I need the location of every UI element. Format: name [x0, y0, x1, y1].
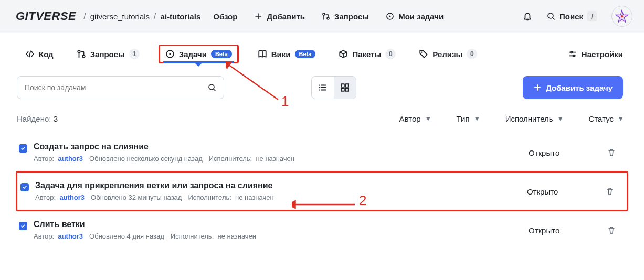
found-label: Найдено: — [17, 114, 51, 123]
avatar[interactable] — [611, 6, 632, 27]
svg-point-15 — [319, 87, 320, 88]
tab-requests[interactable]: Запросы 1 — [72, 46, 144, 62]
chevron-down-icon: ▾ — [619, 114, 623, 123]
nav-overview-label: Обзор — [213, 12, 237, 21]
view-toggle — [311, 76, 356, 99]
nav-search[interactable]: Поиск / — [547, 11, 597, 21]
task-row[interactable]: Создать запрос на слияние Автор: author3… — [16, 134, 628, 171]
delete-task-button[interactable] — [607, 220, 623, 234]
top-nav: Обзор Добавить Запросы Мои задачи — [213, 12, 523, 21]
tab-packages[interactable]: Пакеты 0 — [334, 46, 400, 62]
task-status: Открыто — [529, 220, 607, 235]
filters-row: Найдено: 3 Автор▾ Тип▾ Исполнитель▾ Стат… — [0, 99, 644, 123]
tab-releases[interactable]: Релизы 0 — [415, 46, 481, 62]
task-row[interactable]: Слить ветки Автор: author3 Обновлено 4 д… — [16, 211, 628, 249]
task-checkbox[interactable] — [19, 144, 27, 153]
tab-code[interactable]: Код — [21, 46, 58, 62]
meta-updated-key: Обновлено — [89, 155, 125, 163]
filter-assignee[interactable]: Исполнитель▾ — [505, 114, 563, 123]
filter-assignee-label: Исполнитель — [505, 114, 553, 123]
pull-request-icon — [77, 49, 86, 59]
chevron-down-icon: ▾ — [426, 114, 430, 123]
tab-wiki[interactable]: Вики Beta — [254, 46, 320, 62]
task-status: Открыто — [529, 142, 607, 157]
tab-active-pointer — [195, 63, 202, 67]
tab-packages-count: 0 — [385, 49, 396, 59]
task-meta: Автор: author3 Обновлено 32 минуты назад… — [35, 193, 516, 201]
svg-point-9 — [169, 53, 171, 55]
search-input[interactable] — [25, 83, 208, 92]
search-shortcut: / — [587, 11, 597, 21]
crumb-sep: / — [154, 12, 156, 21]
filter-type-label: Тип — [457, 114, 470, 123]
task-title: Создать запрос на слияние — [34, 142, 518, 152]
view-list-button[interactable] — [312, 77, 334, 99]
view-board-button[interactable] — [334, 77, 356, 99]
tab-settings[interactable]: Настройки — [568, 49, 623, 59]
filter-status[interactable]: Статус▾ — [589, 114, 623, 123]
header-right: Поиск / — [523, 6, 632, 27]
tab-releases-count: 0 — [467, 49, 477, 59]
filter-type[interactable]: Тип▾ — [457, 114, 479, 123]
task-title: Задача для прикрепления ветки или запрос… — [35, 181, 516, 190]
search-icon — [208, 83, 216, 92]
nav-requests-label: Запросы — [334, 12, 369, 21]
breadcrumb-repo[interactable]: ai-tutorials — [161, 12, 201, 21]
task-meta: Автор: author3 Обновлено 4 дня назад Исп… — [34, 232, 518, 240]
svg-rect-20 — [345, 88, 349, 91]
svg-point-10 — [421, 52, 423, 53]
tab-tasks[interactable]: Задачи Beta — [165, 49, 232, 59]
svg-point-16 — [319, 89, 320, 90]
meta-assignee-value: не назначен — [256, 155, 294, 163]
breadcrumb-org[interactable]: gitverse_tutorials — [90, 12, 150, 21]
nav-requests[interactable]: Запросы — [322, 12, 369, 21]
target-icon — [165, 49, 175, 59]
filter-author[interactable]: Автор▾ — [399, 114, 430, 123]
meta-author-value[interactable]: author3 — [58, 232, 83, 240]
delete-task-button[interactable] — [607, 142, 623, 157]
book-icon — [258, 49, 267, 59]
task-row-highlight[interactable]: Задача для прикрепления ветки или запрос… — [16, 171, 628, 211]
meta-author-value[interactable]: author3 — [58, 155, 83, 163]
tab-tasks-highlight: Задачи Beta — [159, 45, 239, 63]
meta-author-value[interactable]: author3 — [59, 193, 85, 201]
chevron-down-icon: ▾ — [475, 114, 479, 123]
trash-icon — [607, 226, 616, 234]
nav-my-tasks[interactable]: Мои задачи — [386, 12, 444, 21]
nav-overview[interactable]: Обзор — [213, 12, 237, 21]
task-checkbox[interactable] — [19, 222, 27, 230]
search-icon — [547, 12, 555, 20]
logo[interactable]: GITVERSE — [16, 9, 76, 23]
tab-tasks-label: Задачи — [179, 50, 207, 59]
svg-rect-18 — [345, 84, 349, 87]
task-checkbox[interactable] — [20, 183, 29, 191]
nav-my-tasks-label: Мои задачи — [398, 12, 444, 21]
tab-code-label: Код — [39, 50, 54, 59]
meta-updated-key: Обновлено — [91, 193, 126, 201]
package-icon — [339, 49, 348, 59]
repo-tabs: Код Запросы 1 Задачи Beta Вики Beta Паке… — [0, 33, 644, 63]
search-input-wrap[interactable] — [17, 76, 224, 99]
tab-packages-label: Пакеты — [352, 50, 381, 59]
meta-author-key: Автор: — [35, 193, 56, 201]
svg-rect-17 — [341, 84, 344, 87]
add-task-button[interactable]: Добавить задачу — [523, 76, 623, 99]
found-number: 3 — [54, 114, 58, 123]
tab-wiki-badge: Beta — [295, 50, 316, 58]
crumb-sep: / — [83, 12, 86, 21]
meta-assignee-value: не назначен — [217, 232, 256, 240]
meta-updated-value: несколько секунд назад — [127, 155, 203, 163]
delete-task-button[interactable] — [606, 181, 621, 196]
bell-icon[interactable] — [523, 12, 532, 21]
svg-rect-19 — [341, 88, 344, 91]
task-meta: Автор: author3 Обновлено несколько секун… — [34, 155, 518, 163]
task-list: Создать запрос на слияние Автор: author3… — [0, 123, 644, 259]
meta-assignee-key: Исполнитель: — [188, 193, 231, 201]
meta-updated-value: 4 дня назад — [127, 232, 164, 240]
task-title: Слить ветки — [34, 220, 518, 229]
svg-point-5 — [621, 15, 623, 17]
trash-icon — [607, 148, 616, 157]
meta-assignee-key: Исполнитель: — [209, 155, 252, 163]
svg-point-3 — [389, 16, 391, 17]
nav-add[interactable]: Добавить — [254, 12, 305, 21]
